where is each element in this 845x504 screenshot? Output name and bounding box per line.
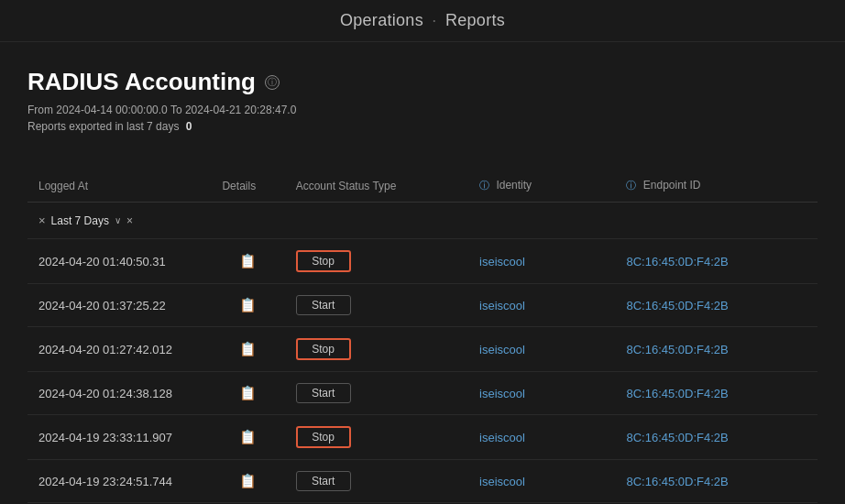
col-header-endpoint-id: ⓘ Endpoint ID [615,170,818,203]
endpoint-link[interactable]: 8C:16:45:0D:F4:2B [626,343,728,356]
details-icon[interactable]: 📋 [239,253,257,268]
status-badge: Start [296,295,351,315]
details-icon[interactable]: 📋 [239,297,257,312]
filter-chip-close-icon[interactable]: × [126,214,133,227]
cell-endpoint-id[interactable]: 8C:16:45:0D:F4:2B [615,372,818,415]
identity-link[interactable]: iseiscool [479,431,525,444]
cell-details[interactable]: 📋 [211,460,284,503]
cell-details[interactable]: 📋 [211,239,284,284]
nav-separator: · [432,11,436,29]
cell-identity[interactable]: iseiscool [468,460,615,503]
col-header-status-type: Account Status Type [285,170,468,203]
col-header-identity: ⓘ Identity [468,170,615,203]
table-header-row: Logged At Details Account Status Type ⓘ … [27,170,818,203]
filter-row: × Last 7 Days ∨ × [27,203,818,239]
identity-info-icon: ⓘ [479,180,489,191]
cell-identity[interactable]: iseiscool [468,284,615,327]
cell-logged-at: 2024-04-19 23:33:11.907 [27,415,211,460]
cell-identity[interactable]: iseiscool [468,239,615,284]
title-row: RADIUS Accounting ⓘ [27,68,818,96]
cell-status-type: Start [285,372,468,415]
cell-details[interactable]: 📋 [211,284,284,327]
main-content: Logged At Details Account Status Type ⓘ … [0,151,845,504]
cell-endpoint-id[interactable]: 8C:16:45:0D:F4:2B [615,239,818,284]
title-info-icon[interactable]: ⓘ [265,75,280,90]
export-label: Reports exported in last 7 days [27,120,179,133]
export-info: Reports exported in last 7 days 0 [27,120,818,133]
status-badge: Start [296,471,351,491]
details-icon[interactable]: 📋 [239,473,257,488]
table-row: 2024-04-20 01:27:42.012📋Stopiseiscool8C:… [27,327,818,372]
cell-logged-at: 2024-04-20 01:37:25.22 [27,284,211,327]
details-icon[interactable]: 📋 [239,341,257,356]
cell-status-type: Start [285,284,468,327]
top-navigation: Operations · Reports [0,0,845,42]
identity-link[interactable]: iseiscool [479,475,525,488]
endpoint-link[interactable]: 8C:16:45:0D:F4:2B [626,475,728,488]
cell-status-type: Stop [285,239,468,284]
cell-logged-at: 2024-04-19 23:24:51.744 [27,460,211,503]
cell-endpoint-id[interactable]: 8C:16:45:0D:F4:2B [615,327,818,372]
endpoint-link[interactable]: 8C:16:45:0D:F4:2B [626,431,728,444]
cell-details[interactable]: 📋 [211,327,284,372]
page-header: RADIUS Accounting ⓘ From 2024-04-14 00:0… [0,42,845,151]
filter-chip[interactable]: × Last 7 Days ∨ × [38,214,133,227]
table-row: 2024-04-20 01:40:50.31📋Stopiseiscool8C:1… [27,239,818,284]
cell-identity[interactable]: iseiscool [468,415,615,460]
filter-chevron-icon[interactable]: ∨ [115,215,121,225]
cell-status-type: Stop [285,415,468,460]
cell-identity[interactable]: iseiscool [468,327,615,372]
cell-identity[interactable]: iseiscool [468,372,615,415]
endpoint-link[interactable]: 8C:16:45:0D:F4:2B [626,299,728,312]
radius-table: Logged At Details Account Status Type ⓘ … [27,170,818,503]
filter-chip-label: Last 7 Days [51,214,109,227]
endpoint-link[interactable]: 8C:16:45:0D:F4:2B [626,387,728,400]
status-badge: Stop [296,338,351,360]
cell-logged-at: 2024-04-20 01:27:42.012 [27,327,211,372]
endpoint-info-icon: ⓘ [626,180,636,191]
status-badge: Stop [296,426,351,448]
filter-clear-icon[interactable]: × [38,214,46,227]
identity-link[interactable]: iseiscool [479,343,525,356]
col-header-details: Details [211,170,284,203]
table-row: 2024-04-20 01:37:25.22📋Startiseiscool8C:… [27,284,818,327]
cell-status-type: Stop [285,327,468,372]
page-title: RADIUS Accounting [27,68,256,96]
status-badge: Start [296,383,351,403]
table-row: 2024-04-19 23:33:11.907📋Stopiseiscool8C:… [27,415,818,460]
identity-link[interactable]: iseiscool [479,255,525,268]
date-range: From 2024-04-14 00:00:00.0 To 2024-04-21… [27,104,818,116]
cell-logged-at: 2024-04-20 01:24:38.128 [27,372,211,415]
cell-endpoint-id[interactable]: 8C:16:45:0D:F4:2B [615,284,818,327]
details-icon[interactable]: 📋 [239,385,257,400]
cell-logged-at: 2024-04-20 01:40:50.31 [27,239,211,284]
status-badge: Stop [296,250,351,272]
export-count: 0 [186,120,192,133]
nav-reports[interactable]: Reports [445,11,505,29]
cell-endpoint-id[interactable]: 8C:16:45:0D:F4:2B [615,460,818,503]
cell-details[interactable]: 📋 [211,372,284,415]
cell-endpoint-id[interactable]: 8C:16:45:0D:F4:2B [615,415,818,460]
table-row: 2024-04-19 23:24:51.744📋Startiseiscool8C… [27,460,818,503]
cell-status-type: Start [285,460,468,503]
identity-link[interactable]: iseiscool [479,299,525,312]
identity-link[interactable]: iseiscool [479,387,525,400]
cell-details[interactable]: 📋 [211,415,284,460]
filter-cell: × Last 7 Days ∨ × [27,203,818,239]
endpoint-link[interactable]: 8C:16:45:0D:F4:2B [626,255,728,268]
nav-operations[interactable]: Operations [340,11,423,29]
table-row: 2024-04-20 01:24:38.128📋Startiseiscool8C… [27,372,818,415]
col-header-logged-at: Logged At [27,170,211,203]
details-icon[interactable]: 📋 [239,429,257,444]
